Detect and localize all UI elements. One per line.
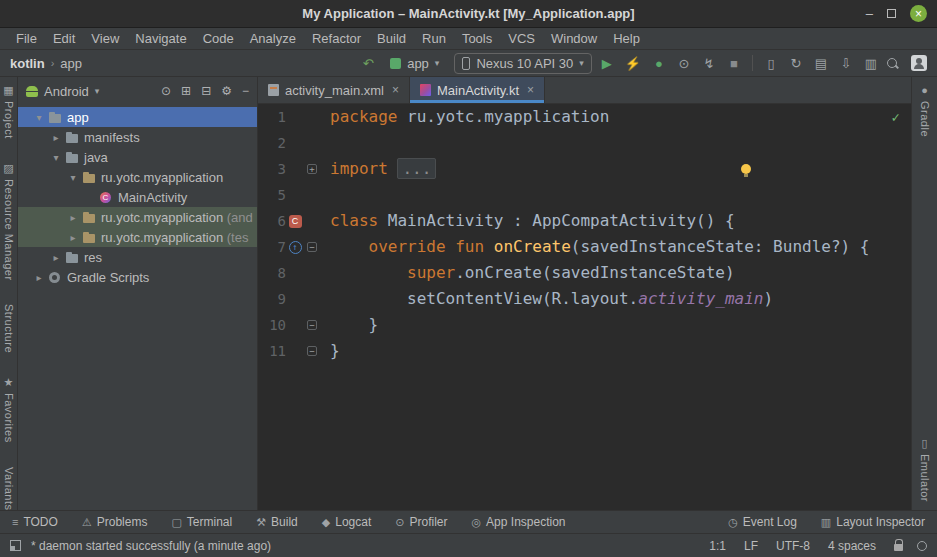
intention-bulb-icon[interactable] [741,164,751,174]
tool-button-event-log[interactable]: ◷Event Log [728,515,797,529]
sdk-manager-icon[interactable]: ⇩ [839,57,853,70]
tree-item-ru-yotc-myapplication[interactable]: ▾ru.yotc.myapplication [18,167,257,187]
fold-plus-icon[interactable]: + [307,164,317,174]
close-tab-icon[interactable]: × [527,83,534,97]
tree-item-mainactivity[interactable]: MainActivity [18,187,257,207]
lock-icon[interactable] [894,544,903,551]
close-button[interactable]: × [910,5,927,22]
tree-item-ru-yotc-myapplication-and[interactable]: ▸ru.yotc.myapplication (and [18,207,257,227]
sync-gradle-icon[interactable]: ↻ [789,57,803,70]
tree-collapse-icon[interactable]: ▾ [49,152,63,163]
menu-run[interactable]: Run [414,31,454,46]
attach-debugger-icon[interactable]: ↯ [702,57,716,70]
menu-file[interactable]: File [8,31,45,46]
tree-item-gradle-scripts[interactable]: ▸Gradle Scripts [18,267,257,287]
code-line[interactable]: 2 [258,130,911,156]
tool-button-terminal[interactable]: ▢Terminal [171,515,232,529]
fold-minus-icon[interactable]: − [307,346,317,356]
tool-button-project[interactable]: ▦Project [3,85,15,139]
tree-item-ru-yotc-myapplication-tes[interactable]: ▸ru.yotc.myapplication (tes [18,227,257,247]
encoding[interactable]: UTF-8 [776,539,810,553]
run-play-icon[interactable]: ▶ [600,57,614,70]
override-marker-icon[interactable]: ↑ [289,241,302,254]
tree-expand-icon[interactable]: ▸ [32,272,46,283]
project-view-mode[interactable]: Android [44,84,89,99]
editor[interactable]: ✓ 1package ru.yotc.myapplication23+impor… [258,104,911,510]
tool-button-structure[interactable]: Structure [3,304,15,353]
settings-gear-icon[interactable]: ⚙ [221,85,232,97]
tool-button-resource-manager[interactable]: ▨Resource Manager [3,163,15,281]
layout-inspector-icon[interactable]: ▥ [864,57,878,70]
menu-help[interactable]: Help [605,31,648,46]
code-line[interactable]: 6Cclass MainActivity : AppCompatActivity… [258,208,911,234]
tool-button-layout-inspector[interactable]: ▥Layout Inspector [821,515,925,529]
tree-item-java[interactable]: ▾java [18,147,257,167]
tree-expand-icon[interactable]: ▸ [66,232,80,243]
tool-button-profiler[interactable]: ⊙Profiler [395,515,447,529]
expand-all-icon[interactable]: ⊞ [181,85,191,97]
indent-setting[interactable]: 4 spaces [828,539,876,553]
menu-build[interactable]: Build [369,31,414,46]
fold-minus-icon[interactable]: − [307,320,317,330]
tool-button-app-inspection[interactable]: ◎App Inspection [472,515,566,529]
code-line[interactable]: 7↑− override fun onCreate(savedInstanceS… [258,234,911,260]
code-line[interactable]: 1package ru.yotc.myapplication [258,104,911,130]
menu-refactor[interactable]: Refactor [304,31,369,46]
code-line[interactable]: 3+import ... [258,156,911,182]
menu-analyze[interactable]: Analyze [242,31,304,46]
tool-button-favorites[interactable]: ★Favorites [3,377,15,443]
code-line[interactable]: 8 super.onCreate(savedInstanceState) [258,260,911,286]
breadcrumb-item[interactable]: app [60,56,82,71]
tree-expand-icon[interactable]: ▸ [49,252,63,263]
fold-minus-icon[interactable]: − [307,242,317,252]
profiler-icon[interactable]: ⊙ [677,57,691,70]
code-line[interactable]: 10− } [258,312,911,338]
search-icon[interactable] [886,57,900,70]
tab-mainactivity-kt[interactable]: MainActivity.kt× [410,77,545,103]
maximize-button[interactable] [887,9,896,18]
notifications-icon[interactable] [917,541,927,551]
line-ending[interactable]: LF [744,539,758,553]
tree-expand-icon[interactable]: ▸ [49,132,63,143]
tree-collapse-icon[interactable]: ▾ [66,172,80,183]
code-line[interactable]: 11−} [258,338,911,364]
avatar-icon[interactable] [911,55,927,71]
tool-button-todo[interactable]: ≡TODO [12,515,58,529]
tree-item-manifests[interactable]: ▸manifests [18,127,257,147]
stop-icon[interactable]: ■ [727,57,741,70]
tool-button-variants[interactable]: Variants [3,467,15,511]
menu-code[interactable]: Code [195,31,242,46]
device-manager-icon[interactable]: ▯ [764,57,778,70]
sync-project-icon[interactable]: ↶ [361,57,375,70]
caret-position[interactable]: 1:1 [709,539,726,553]
breadcrumb-module[interactable]: kotlin [10,56,45,71]
menu-navigate[interactable]: Navigate [127,31,194,46]
tool-button-logcat[interactable]: ◆Logcat [322,515,372,529]
tool-button-gradle[interactable]: ●Gradle [919,85,931,137]
menu-view[interactable]: View [83,31,127,46]
code-line[interactable]: 9 setContentView(R.layout.activity_main) [258,286,911,312]
tool-button-problems[interactable]: ⚠Problems [82,515,148,529]
tool-button-emulator[interactable]: ▯Emulator [919,438,931,502]
run-class-marker-icon[interactable]: C [289,215,302,228]
minimize-button[interactable]: – [866,6,873,21]
apply-changes-icon[interactable]: ⚡ [625,57,641,70]
menu-tools[interactable]: Tools [454,31,500,46]
run-configuration-select[interactable]: app ▾ [383,54,446,73]
avd-manager-icon[interactable]: ▤ [814,57,828,70]
menu-window[interactable]: Window [543,31,605,46]
tool-window-switcher-icon[interactable] [10,540,21,551]
debug-bug-icon[interactable]: ● [652,57,666,70]
close-tab-icon[interactable]: × [392,83,399,97]
menu-vcs[interactable]: VCS [500,31,543,46]
hide-panel-icon[interactable]: − [242,85,249,97]
collapse-all-icon[interactable]: ⊟ [201,85,211,97]
menu-edit[interactable]: Edit [45,31,83,46]
tree-item-app[interactable]: ▾app [18,107,257,127]
tool-button-build[interactable]: ⚒Build [256,515,298,529]
tab-activity-main-xml[interactable]: activity_main.xml× [258,77,410,103]
tree-expand-icon[interactable]: ▸ [66,212,80,223]
code-line[interactable]: 5 [258,182,911,208]
device-select[interactable]: Nexus 10 API 30 ▾ [454,53,591,74]
locate-file-icon[interactable]: ⊙ [161,85,171,97]
